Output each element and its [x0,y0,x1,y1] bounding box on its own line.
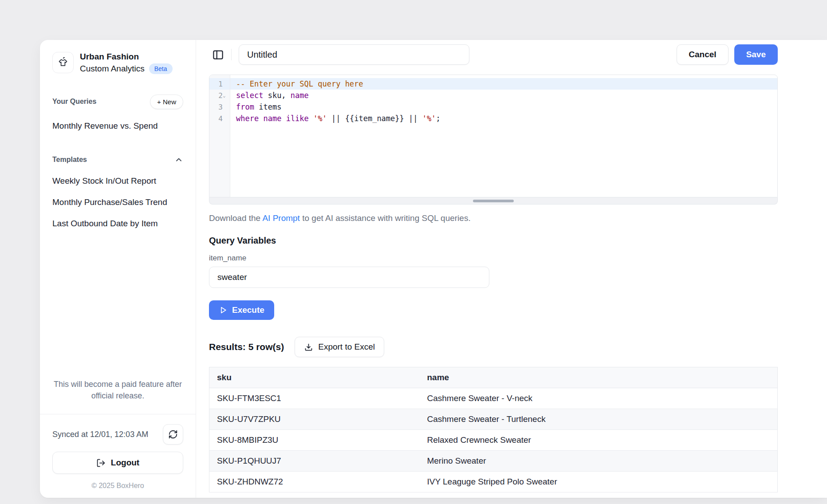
logout-button[interactable]: Logout [52,452,183,474]
table-cell: Merino Sweater [419,451,777,472]
export-label: Export to Excel [318,342,375,352]
resize-grip-icon [473,200,514,202]
table-cell: Cashmere Sweater - V-neck [419,388,777,409]
table-row: SKU-ZHDNWZ72IVY Leaguge Striped Polo Swe… [209,472,778,492]
sync-refresh-button[interactable] [163,424,183,445]
topbar: Cancel Save [209,44,778,65]
query-title-input[interactable] [239,44,469,65]
code-line: from items [230,101,777,113]
query-variables-heading: Query Variables [209,236,778,246]
topbar-divider [231,49,232,60]
table-cell: SKU-8MBIPZ3U [209,430,420,451]
paid-feature-note: This will become a paid feature after of… [52,378,183,402]
org-name: Urban Fashion [80,51,173,63]
panel-left-icon [212,49,224,61]
chevron-up-icon [174,155,183,164]
beta-badge: Beta [149,63,173,74]
table-cell: Cashmere Sweater - Turtleneck [419,409,777,430]
table-row: SKU-P1QHUUJ7Merino Sweater [209,451,778,472]
execute-button[interactable]: Execute [209,300,274,320]
results-summary: Results: 5 row(s) [209,342,284,352]
sidebar-header: Urban Fashion Custom Analytics Beta [52,51,183,74]
copyright: © 2025 BoxHero [52,482,183,490]
toggle-sidebar-button[interactable] [209,46,227,63]
column-header: sku [209,367,420,388]
main-panel: Cancel Save 1234 -- Enter your SQL query… [196,40,827,498]
templates-collapse-button[interactable] [174,155,183,164]
ai-prompt-note: Download the AI Prompt to get AI assista… [209,213,778,223]
ai-note-prefix: Download the [209,213,262,223]
sidebar-template-item[interactable]: Weekly Stock In/Out Report [52,170,183,192]
templates-label: Templates [52,156,87,164]
sidebar-template-item[interactable]: Monthly Purchase/Sales Trend [52,192,183,213]
tshirt-icon [56,56,70,69]
logout-icon [96,458,106,468]
line-number: 4 [209,113,230,124]
sidebar-divider [40,414,196,414]
table-cell: SKU-U7V7ZPKU [209,409,420,430]
table-cell: SKU-ZHDNWZ72 [209,472,420,492]
save-button[interactable]: Save [734,44,778,65]
fold-chevron-icon [223,93,228,98]
app-card: Urban Fashion Custom Analytics Beta Your… [40,40,827,498]
play-icon [219,306,228,315]
table-row: SKU-FTM3ESC1Cashmere Sweater - V-neck [209,388,778,409]
line-number: 3 [209,101,230,113]
templates-list: Weekly Stock In/Out ReportMonthly Purcha… [52,170,183,234]
sidebar: Urban Fashion Custom Analytics Beta Your… [40,40,196,498]
table-cell: SKU-FTM3ESC1 [209,388,420,409]
column-header: name [419,367,777,388]
table-body: SKU-FTM3ESC1Cashmere Sweater - V-neckSKU… [209,388,778,492]
ai-note-suffix: to get AI assistance with writing SQL qu… [300,213,471,223]
table-cell: SKU-P1QHUUJ7 [209,451,420,472]
editor-code: -- Enter your SQL query hereselect sku, … [230,75,777,197]
code-line: select sku, name [230,90,777,101]
table-row: SKU-U7V7ZPKUCashmere Sweater - Turtlenec… [209,409,778,430]
sql-editor[interactable]: 1234 -- Enter your SQL query hereselect … [209,75,778,197]
code-line: where name ilike '%' || {{item_name}} ||… [230,113,777,124]
item-name-label: item_name [209,254,778,263]
item-name-input[interactable] [209,267,489,288]
sidebar-template-item[interactable]: Last Outbound Date by Item [52,213,183,234]
table-cell: IVY Leaguge Striped Polo Sweater [419,472,777,492]
refresh-icon [168,429,178,439]
app-name: Custom Analytics [80,64,145,74]
your-queries-label: Your Queries [52,98,96,106]
table-cell: Relaxed Crewneck Sweater [419,430,777,451]
logout-label: Logout [111,458,139,468]
editor-resize-handle[interactable] [209,197,778,205]
sync-status-text: Synced at 12/01, 12:03 AM [52,430,148,439]
table-row: SKU-8MBIPZ3URelaxed Crewneck Sweater [209,430,778,451]
line-number: 2 [209,90,230,101]
cancel-button[interactable]: Cancel [677,44,728,65]
new-query-button[interactable]: + New [150,94,183,109]
table-header-row: skuname [209,367,778,388]
code-line: -- Enter your SQL query here [230,78,777,90]
line-number: 1 [209,78,230,90]
sidebar-query-item[interactable]: Monthly Revenue vs. Spend [52,115,183,137]
download-icon [304,343,313,352]
execute-label: Execute [232,305,264,315]
export-to-excel-button[interactable]: Export to Excel [295,337,384,357]
queries-list: Monthly Revenue vs. Spend [52,115,183,137]
results-table: skuname SKU-FTM3ESC1Cashmere Sweater - V… [209,367,778,492]
store-logo [52,52,74,73]
editor-gutter: 1234 [209,75,230,197]
ai-prompt-link[interactable]: AI Prompt [262,213,299,223]
